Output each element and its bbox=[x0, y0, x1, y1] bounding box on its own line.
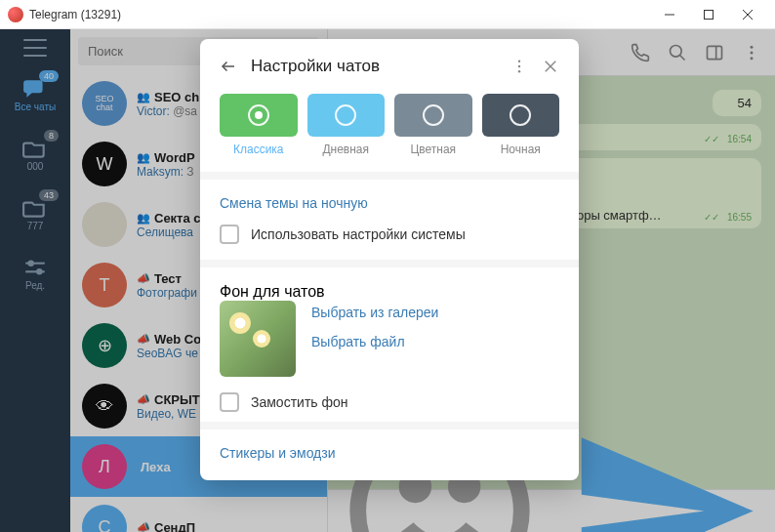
theme-option[interactable]: Цветная bbox=[394, 94, 472, 156]
window-title: Telegram (13291) bbox=[29, 8, 650, 21]
svg-rect-1 bbox=[705, 10, 714, 19]
section-bg-header: Фон для чатов bbox=[220, 283, 559, 301]
maximize-button[interactable] bbox=[689, 0, 728, 29]
svg-point-21 bbox=[518, 70, 520, 72]
titlebar: Telegram (13291) bbox=[0, 0, 775, 29]
bg-file-link[interactable]: Выбрать файл bbox=[311, 334, 438, 349]
theme-option[interactable]: Ночная bbox=[482, 94, 560, 156]
back-icon[interactable] bbox=[220, 58, 237, 75]
svg-point-20 bbox=[518, 65, 520, 67]
use-system-checkbox[interactable]: Использовать настройки системы bbox=[220, 225, 559, 244]
section-stickers-header: Стикеры и эмодзи bbox=[220, 445, 559, 461]
app-icon bbox=[8, 7, 23, 22]
bg-thumbnail[interactable] bbox=[220, 301, 296, 377]
minimize-button[interactable] bbox=[650, 0, 689, 29]
checkbox-icon bbox=[220, 392, 239, 412]
settings-modal: Настройки чатов КлассикаДневнаяЦветнаяНо… bbox=[200, 39, 579, 480]
close-button[interactable] bbox=[728, 0, 767, 29]
theme-option[interactable]: Дневная bbox=[307, 94, 386, 156]
bg-tile-checkbox[interactable]: Замостить фон bbox=[220, 392, 559, 412]
theme-option[interactable]: Классика bbox=[220, 94, 298, 156]
more-icon[interactable] bbox=[510, 58, 528, 75]
close-icon[interactable] bbox=[542, 58, 559, 75]
svg-point-19 bbox=[518, 61, 520, 62]
bg-gallery-link[interactable]: Выбрать из галереи bbox=[311, 305, 438, 320]
checkbox-icon bbox=[220, 225, 239, 244]
section-night-header: Смена темы на ночную bbox=[220, 195, 559, 211]
modal-title: Настройки чатов bbox=[251, 57, 497, 76]
